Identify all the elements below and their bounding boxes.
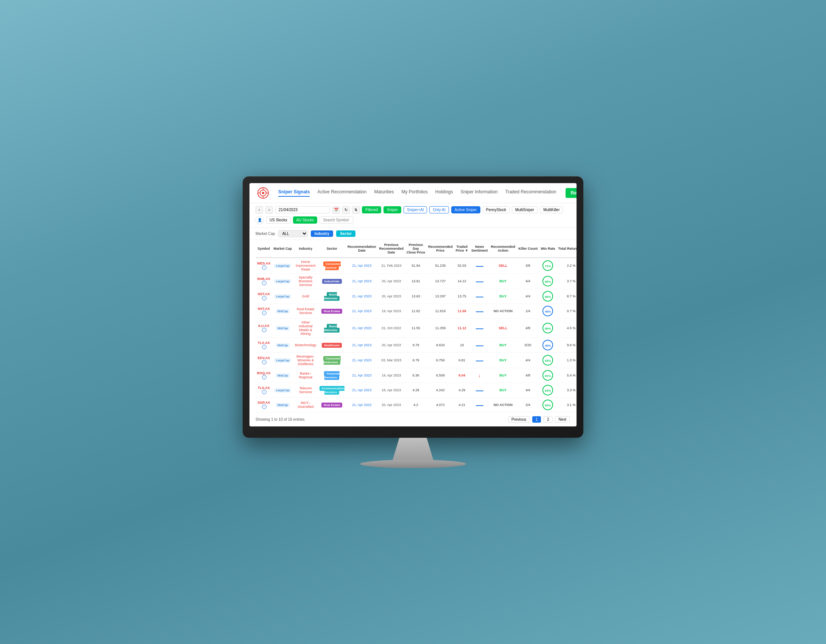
th-rec-price: RecommendedPrice bbox=[427, 240, 454, 258]
sector-filter-button[interactable]: Sector bbox=[336, 230, 355, 237]
nav-my-portfolios[interactable]: My Portfolios bbox=[401, 189, 427, 197]
filtered-button[interactable]: Filtered bbox=[362, 206, 381, 213]
industry-link-1[interactable]: Specialty Business Services bbox=[299, 275, 313, 287]
symbol-info-2[interactable]: i bbox=[262, 296, 267, 300]
export-icon[interactable]: ⇅ bbox=[352, 206, 360, 214]
market-cap-select[interactable]: ALL LargeCap MidCap SmallCap bbox=[278, 230, 308, 237]
toolbar: ‹ › 📅 ↻ ⇅ Filtered Sniper Sniper+AI Only… bbox=[249, 203, 577, 228]
cell-win-rate-0: 71% bbox=[539, 258, 556, 274]
cell-industry-6: Beverages–Wineries & Distilleries bbox=[293, 352, 318, 368]
sniper-ai-button[interactable]: Sniper+AI bbox=[404, 206, 427, 213]
industry-link-7[interactable]: Banks–Regional bbox=[299, 372, 313, 379]
cell-industry-2: Gold bbox=[293, 289, 318, 303]
win-rate-badge-7: 81% bbox=[542, 370, 553, 381]
us-stocks-button[interactable]: US Stocks bbox=[266, 216, 291, 224]
cell-total-return-4: 4.5 % bbox=[557, 318, 577, 338]
prev-date-6: 03, Mar 2023 bbox=[381, 358, 401, 362]
prev-date-button[interactable]: ‹ bbox=[256, 206, 263, 214]
industry-link-6[interactable]: Beverages–Wineries & Distilleries bbox=[296, 355, 315, 366]
prev-date-8: 18, Apr 2023 bbox=[382, 388, 401, 392]
symbol-info-8[interactable]: i bbox=[262, 390, 267, 394]
win-rate-badge-8: 84% bbox=[542, 385, 553, 395]
killer-count-0: 3/8 bbox=[525, 264, 530, 268]
cell-symbol-0: WES.AX i bbox=[256, 258, 272, 274]
next-date-button[interactable]: › bbox=[265, 206, 273, 214]
symbol-link-5[interactable]: TLX.AX bbox=[258, 341, 270, 345]
traded-price-9: 4.21 bbox=[459, 403, 466, 407]
cell-symbol-1: BXB.AX i bbox=[256, 273, 272, 289]
nav-holdings[interactable]: Holdings bbox=[435, 189, 453, 197]
symbol-link-3[interactable]: NXT.AX bbox=[258, 307, 270, 311]
cell-prev-close-0: 51.94 bbox=[405, 258, 427, 274]
sector-badge-3: Real Estate bbox=[321, 309, 342, 314]
cell-total-return-5: 9.6 % bbox=[557, 338, 577, 352]
penny-stock-button[interactable]: PennyStock bbox=[483, 206, 510, 213]
symbol-link-6[interactable]: EDV.AX bbox=[257, 356, 270, 360]
industry-link-9[interactable]: REIT–Diversified bbox=[298, 401, 313, 409]
only-ai-button[interactable]: Only-AI bbox=[429, 206, 449, 213]
next-page-button[interactable]: Next bbox=[555, 416, 570, 423]
total-return-9: 3.1 % bbox=[567, 403, 575, 407]
symbol-info-1[interactable]: i bbox=[262, 281, 267, 285]
user-icon[interactable]: 👤 bbox=[256, 216, 264, 224]
cell-traded-price-9: 4.21 bbox=[454, 397, 470, 412]
symbol-info-3[interactable]: i bbox=[262, 311, 267, 315]
industry-link-8[interactable]: Telecom Services bbox=[299, 386, 312, 394]
cell-traded-price-5: 10 bbox=[454, 338, 470, 352]
search-symbol-input[interactable] bbox=[319, 216, 354, 224]
symbol-link-1[interactable]: BXB.AX bbox=[257, 277, 270, 281]
th-killer-count: Killer Count bbox=[517, 240, 539, 258]
table-row: NXT.AX i MidCap Real Estate Services Rea… bbox=[256, 303, 577, 318]
symbol-info-0[interactable]: i bbox=[262, 265, 267, 270]
symbol-info-9[interactable]: i bbox=[262, 404, 267, 409]
nav-maturities[interactable]: Maturities bbox=[374, 189, 394, 197]
nav-sniper-information[interactable]: Sniper Information bbox=[461, 189, 498, 197]
pagination: Showing 1 to 10 of 16 entries Previous 1… bbox=[249, 412, 577, 426]
industry-filter-button[interactable]: Industry bbox=[311, 230, 333, 237]
win-rate-badge-6: 65% bbox=[542, 355, 553, 366]
symbol-info-6[interactable]: i bbox=[262, 360, 267, 364]
svg-point-2 bbox=[262, 192, 264, 194]
cell-rec-date-9: 21, Apr 2023 bbox=[346, 397, 378, 412]
symbol-link-7[interactable]: BOQ.AX bbox=[257, 371, 271, 375]
industry-link-3[interactable]: Real Estate Services bbox=[297, 307, 315, 315]
refresh-small-icon[interactable]: ↻ bbox=[342, 206, 350, 214]
prev-close-3: 11.62 bbox=[411, 309, 420, 313]
refresh-button[interactable]: Refresh bbox=[566, 188, 577, 198]
date-input[interactable] bbox=[275, 206, 330, 213]
multi-killer-button[interactable]: MultiKiller bbox=[540, 206, 563, 213]
symbol-link-4[interactable]: ILU.AX bbox=[258, 324, 270, 328]
calendar-icon[interactable]: 📅 bbox=[332, 206, 340, 214]
industry-link-4[interactable]: Other Industrial Metals & Mining bbox=[299, 320, 313, 336]
table-row: NST.AX i LargeCap Gold Basic Materials 2… bbox=[256, 289, 577, 303]
industry-link-0[interactable]: Home Improvement Retail bbox=[296, 260, 316, 271]
traded-price-4: 11.12 bbox=[458, 326, 466, 330]
active-sniper-button[interactable]: Active Sniper bbox=[451, 206, 480, 213]
symbol-info-7[interactable]: i bbox=[262, 375, 267, 380]
cell-killer-count-4: 4/8 bbox=[517, 318, 539, 338]
nav-traded-recommendation[interactable]: Traded Recommendation bbox=[505, 189, 556, 197]
nav-sniper-signals[interactable]: Sniper Signals bbox=[278, 189, 310, 197]
sector-badge-4: Basic Materials bbox=[324, 324, 340, 333]
symbol-info-5[interactable]: i bbox=[262, 345, 267, 349]
sniper-button[interactable]: Sniper bbox=[383, 206, 401, 213]
previous-page-button[interactable]: Previous bbox=[508, 416, 530, 423]
au-stocks-button[interactable]: AU Stocks bbox=[293, 216, 318, 224]
page-2-button[interactable]: 2 bbox=[544, 416, 553, 423]
symbol-link-2[interactable]: NST.AX bbox=[258, 292, 270, 296]
nav-active-recommendation[interactable]: Active Recommendation bbox=[317, 189, 366, 197]
killer-count-5: 5/20 bbox=[525, 343, 531, 347]
symbol-link-9[interactable]: SGP.AX bbox=[257, 401, 270, 404]
cell-killer-count-6: 4/4 bbox=[517, 352, 539, 368]
symbol-link-0[interactable]: WES.AX bbox=[257, 261, 271, 265]
symbol-link-8[interactable]: TLS.AX bbox=[258, 386, 270, 390]
cell-action-8: BUY bbox=[489, 383, 517, 397]
symbol-info-4[interactable]: i bbox=[262, 328, 267, 332]
multi-sniper-button[interactable]: MultiSniper bbox=[512, 206, 538, 213]
industry-link-2[interactable]: Gold bbox=[302, 294, 309, 298]
cell-symbol-2: NST.AX i bbox=[256, 289, 272, 303]
industry-link-5[interactable]: Biotechnology bbox=[295, 343, 316, 347]
rec-price-6: 6.756 bbox=[436, 358, 445, 362]
cell-action-2: BUY bbox=[489, 289, 517, 303]
page-1-button[interactable]: 1 bbox=[532, 416, 541, 423]
